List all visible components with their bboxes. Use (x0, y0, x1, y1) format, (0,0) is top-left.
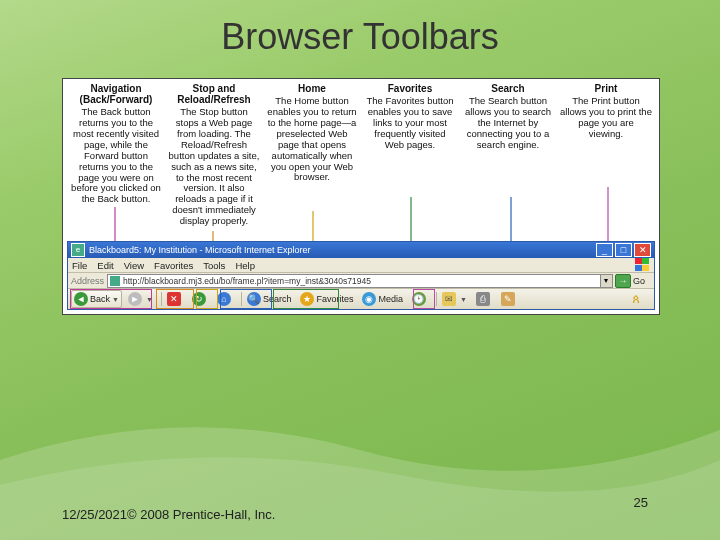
refresh-icon: ↻ (192, 292, 206, 306)
address-label: Address (71, 276, 104, 286)
browser-window: e Blackboard5: My Institution - Microsof… (67, 241, 655, 310)
toolbar-separator (436, 292, 437, 306)
maximize-button[interactable]: □ (615, 243, 632, 257)
window-titlebar: e Blackboard5: My Institution - Microsof… (68, 242, 654, 258)
go-label: Go (633, 276, 645, 286)
mail-icon: ✉ (442, 292, 456, 306)
stop-button[interactable]: ✕ (164, 290, 186, 308)
print-icon: ⎙ (476, 292, 490, 306)
search-icon: 🔍 (247, 292, 261, 306)
favorites-label: Favorites (316, 294, 353, 304)
menu-view[interactable]: View (124, 260, 144, 271)
history-button[interactable]: 🕑 (409, 290, 431, 308)
col-body: The Favorites button enables you to save… (364, 96, 456, 151)
home-icon: ⌂ (217, 292, 231, 306)
ie-icon: e (71, 243, 85, 257)
col-header: Favorites (364, 83, 456, 94)
menu-tools[interactable]: Tools (203, 260, 225, 271)
print-button[interactable]: ⎙ (473, 290, 495, 308)
diagram-panel: Navigation (Back/Forward) The Back butto… (62, 78, 660, 315)
menu-edit[interactable]: Edit (97, 260, 113, 271)
description-columns: Navigation (Back/Forward) The Back butto… (67, 83, 655, 238)
stop-icon: ✕ (167, 292, 181, 306)
refresh-button[interactable]: ↻ (189, 290, 211, 308)
back-button[interactable]: ◄ Back ▼ (71, 290, 122, 308)
close-button[interactable]: ✕ (634, 243, 651, 257)
slide-title: Browser Toolbars (0, 0, 720, 58)
col-home: Home The Home button enables you to retu… (263, 83, 361, 238)
search-button[interactable]: 🔍 Search (244, 290, 295, 308)
home-button[interactable]: ⌂ (214, 290, 236, 308)
col-body: The Stop button stops a Web page from lo… (168, 107, 260, 227)
col-navigation: Navigation (Back/Forward) The Back butto… (67, 83, 165, 238)
menu-favorites[interactable]: Favorites (154, 260, 193, 271)
chevron-down-icon: ▼ (112, 296, 119, 303)
col-favorites: Favorites The Favorites button enables y… (361, 83, 459, 238)
edit-button[interactable]: ✎ (498, 290, 520, 308)
page-number: 25 (634, 495, 648, 510)
mail-button[interactable]: ✉▼ (439, 290, 470, 308)
edit-icon: ✎ (501, 292, 515, 306)
menu-file[interactable]: File (72, 260, 87, 271)
media-button[interactable]: ◉ Media (359, 290, 406, 308)
chevron-down-icon: ▼ (146, 296, 153, 303)
toolbar-separator (161, 292, 162, 306)
media-icon: ◉ (362, 292, 376, 306)
address-field[interactable]: http://blackboard.mj3.edu/bo/frame.pl?it… (107, 274, 601, 288)
col-header: Home (266, 83, 358, 94)
back-label: Back (90, 294, 110, 304)
history-icon: 🕑 (412, 292, 426, 306)
toolbar-separator (241, 292, 242, 306)
star-icon: ★ (300, 292, 314, 306)
col-header: Navigation (Back/Forward) (70, 83, 162, 105)
address-bar: Address http://blackboard.mj3.edu/bo/fra… (68, 273, 654, 289)
page-icon (110, 276, 120, 286)
col-print: Print The Print button allows you to pri… (557, 83, 655, 238)
forward-icon: ► (128, 292, 142, 306)
col-header: Search (462, 83, 554, 94)
window-title: Blackboard5: My Institution - Microsoft … (89, 245, 311, 255)
menu-help[interactable]: Help (235, 260, 255, 271)
col-body: The Search button allows you to search t… (462, 96, 554, 151)
messenger-button[interactable]: ጰ (626, 290, 648, 308)
col-body: The Home button enables you to return to… (266, 96, 358, 183)
address-value: http://blackboard.mj3.edu/bo/frame.pl?it… (123, 276, 371, 286)
favorites-button[interactable]: ★ Favorites (297, 290, 356, 308)
media-label: Media (378, 294, 403, 304)
toolbar: ◄ Back ▼ ► ▼ ✕ ↻ ⌂ 🔍 Search ★ Favorites (68, 289, 654, 309)
chevron-down-icon: ▼ (460, 296, 467, 303)
col-search: Search The Search button allows you to s… (459, 83, 557, 238)
messenger-icon: ጰ (629, 292, 643, 306)
menu-bar: File Edit View Favorites Tools Help (68, 258, 654, 273)
search-label: Search (263, 294, 292, 304)
col-body: The Back button returns you to the most … (70, 107, 162, 205)
minimize-button[interactable]: _ (596, 243, 613, 257)
windows-logo-icon (635, 258, 651, 271)
col-header: Print (560, 83, 652, 94)
col-stop-reload: Stop and Reload/Refresh The Stop button … (165, 83, 263, 238)
go-button[interactable]: → (615, 274, 631, 288)
address-dropdown[interactable]: ▾ (601, 274, 613, 288)
col-body: The Print button allows you to print the… (560, 96, 652, 140)
slide-footer: 12/25/2021© 2008 Prentice-Hall, Inc. (62, 507, 275, 522)
forward-button[interactable]: ► ▼ (125, 290, 156, 308)
back-icon: ◄ (74, 292, 88, 306)
col-header: Stop and Reload/Refresh (168, 83, 260, 105)
